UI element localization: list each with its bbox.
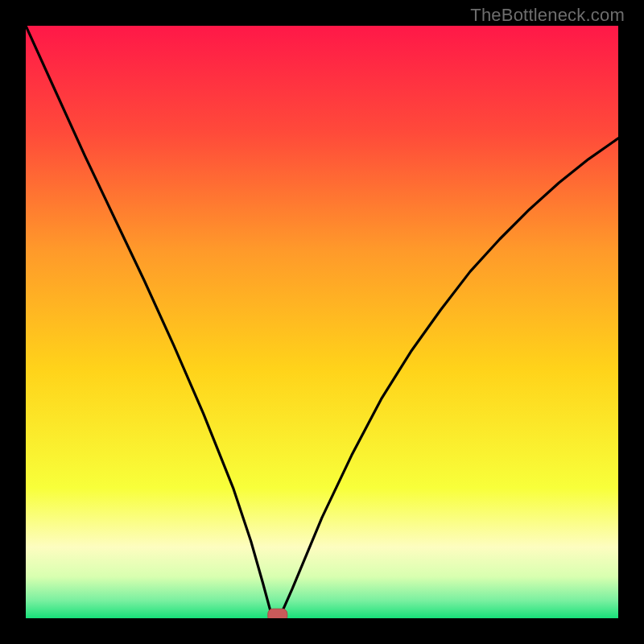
gradient-background	[26, 26, 618, 618]
watermark-text: TheBottleneck.com	[470, 5, 625, 26]
bottleneck-chart-svg	[26, 26, 618, 618]
plot-area	[26, 26, 618, 618]
chart-frame: TheBottleneck.com	[0, 0, 644, 644]
optimal-point-marker	[268, 609, 287, 618]
